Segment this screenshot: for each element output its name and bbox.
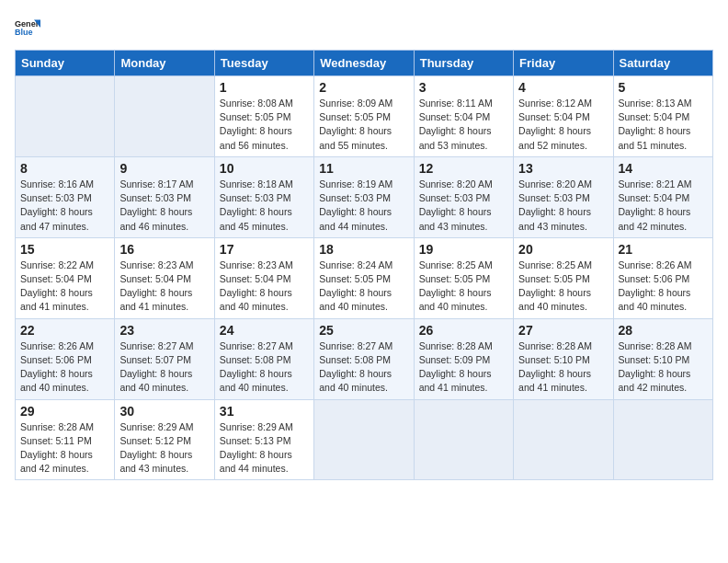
- day-number: 19: [419, 242, 508, 257]
- day-detail: Sunrise: 8:19 AMSunset: 5:03 PMDaylight:…: [319, 178, 408, 234]
- day-number: 25: [319, 323, 408, 338]
- day-detail: Sunrise: 8:25 AMSunset: 5:05 PMDaylight:…: [419, 259, 508, 315]
- day-detail: Sunrise: 8:20 AMSunset: 5:03 PMDaylight:…: [419, 178, 508, 234]
- logo-icon: General Blue: [15, 15, 40, 40]
- day-number: 26: [419, 323, 508, 338]
- calendar-cell: 4Sunrise: 8:12 AMSunset: 5:04 PMDaylight…: [514, 76, 613, 157]
- day-number: 2: [319, 80, 408, 95]
- calendar-cell: 11Sunrise: 8:19 AMSunset: 5:03 PMDayligh…: [314, 156, 414, 237]
- day-detail: Sunrise: 8:27 AMSunset: 5:08 PMDaylight:…: [220, 339, 309, 396]
- day-header-wednesday: Wednesday: [314, 51, 414, 76]
- calendar-cell: 10Sunrise: 8:18 AMSunset: 5:03 PMDayligh…: [214, 156, 313, 237]
- day-number: 11: [319, 161, 408, 176]
- calendar-header-row: SundayMondayTuesdayWednesdayThursdayFrid…: [16, 51, 713, 76]
- calendar-cell: 12Sunrise: 8:20 AMSunset: 5:03 PMDayligh…: [414, 156, 513, 237]
- day-header-tuesday: Tuesday: [214, 51, 313, 76]
- calendar-cell: 22Sunrise: 8:26 AMSunset: 5:06 PMDayligh…: [16, 318, 115, 399]
- logo: General Blue: [15, 15, 40, 40]
- day-detail: Sunrise: 8:21 AMSunset: 5:04 PMDaylight:…: [619, 178, 708, 234]
- day-detail: Sunrise: 8:09 AMSunset: 5:05 PMDaylight:…: [319, 97, 408, 153]
- svg-text:Blue: Blue: [15, 28, 33, 37]
- day-number: 16: [119, 242, 209, 257]
- day-detail: Sunrise: 8:25 AMSunset: 5:05 PMDaylight:…: [518, 259, 608, 315]
- calendar-cell: 27Sunrise: 8:28 AMSunset: 5:10 PMDayligh…: [514, 318, 613, 399]
- calendar-cell: 26Sunrise: 8:28 AMSunset: 5:09 PMDayligh…: [414, 318, 513, 399]
- day-detail: Sunrise: 8:22 AMSunset: 5:04 PMDaylight:…: [20, 259, 109, 315]
- day-detail: Sunrise: 8:24 AMSunset: 5:05 PMDaylight:…: [319, 259, 408, 315]
- calendar-cell: 2Sunrise: 8:09 AMSunset: 5:05 PMDaylight…: [314, 76, 414, 157]
- calendar-cell: [514, 399, 613, 480]
- day-detail: Sunrise: 8:13 AMSunset: 5:04 PMDaylight:…: [619, 97, 708, 153]
- day-detail: Sunrise: 8:27 AMSunset: 5:08 PMDaylight:…: [319, 339, 408, 396]
- calendar-week-5: 29Sunrise: 8:28 AMSunset: 5:11 PMDayligh…: [16, 399, 713, 480]
- day-detail: Sunrise: 8:27 AMSunset: 5:07 PMDaylight:…: [119, 339, 209, 396]
- day-number: 27: [518, 323, 608, 338]
- calendar-cell: 14Sunrise: 8:21 AMSunset: 5:04 PMDayligh…: [613, 156, 712, 237]
- day-number: 4: [518, 80, 608, 95]
- calendar-cell: [16, 76, 115, 157]
- calendar-week-1: 1Sunrise: 8:08 AMSunset: 5:05 PMDaylight…: [16, 76, 713, 157]
- day-header-saturday: Saturday: [613, 51, 712, 76]
- calendar-cell: [414, 399, 513, 480]
- calendar-cell: 30Sunrise: 8:29 AMSunset: 5:12 PMDayligh…: [115, 399, 214, 480]
- day-detail: Sunrise: 8:16 AMSunset: 5:03 PMDaylight:…: [20, 178, 109, 234]
- day-header-thursday: Thursday: [414, 51, 513, 76]
- calendar-cell: 18Sunrise: 8:24 AMSunset: 5:05 PMDayligh…: [314, 237, 414, 318]
- day-detail: Sunrise: 8:23 AMSunset: 5:04 PMDaylight:…: [220, 259, 309, 315]
- calendar-week-4: 22Sunrise: 8:26 AMSunset: 5:06 PMDayligh…: [16, 318, 713, 399]
- calendar-cell: [314, 399, 414, 480]
- day-number: 31: [220, 404, 309, 419]
- day-detail: Sunrise: 8:08 AMSunset: 5:05 PMDaylight:…: [220, 97, 309, 153]
- day-number: 13: [518, 161, 608, 176]
- day-detail: Sunrise: 8:29 AMSunset: 5:13 PMDaylight:…: [220, 420, 309, 477]
- day-number: 8: [20, 161, 109, 176]
- calendar-cell: 16Sunrise: 8:23 AMSunset: 5:04 PMDayligh…: [115, 237, 214, 318]
- calendar-cell: 19Sunrise: 8:25 AMSunset: 5:05 PMDayligh…: [414, 237, 513, 318]
- calendar-cell: 20Sunrise: 8:25 AMSunset: 5:05 PMDayligh…: [514, 237, 613, 318]
- calendar-cell: 3Sunrise: 8:11 AMSunset: 5:04 PMDaylight…: [414, 76, 513, 157]
- calendar-cell: 28Sunrise: 8:28 AMSunset: 5:10 PMDayligh…: [613, 318, 712, 399]
- day-number: 10: [220, 161, 309, 176]
- day-number: 17: [220, 242, 309, 257]
- day-number: 14: [619, 161, 708, 176]
- day-detail: Sunrise: 8:28 AMSunset: 5:10 PMDaylight:…: [619, 339, 708, 396]
- day-number: 22: [20, 323, 109, 338]
- day-number: 21: [619, 242, 708, 257]
- day-detail: Sunrise: 8:26 AMSunset: 5:06 PMDaylight:…: [619, 259, 708, 315]
- calendar-cell: 15Sunrise: 8:22 AMSunset: 5:04 PMDayligh…: [16, 237, 115, 318]
- day-number: 24: [220, 323, 309, 338]
- day-number: 15: [20, 242, 109, 257]
- day-number: 30: [119, 404, 209, 419]
- day-header-sunday: Sunday: [16, 51, 115, 76]
- day-detail: Sunrise: 8:12 AMSunset: 5:04 PMDaylight:…: [518, 97, 608, 153]
- calendar-body: 1Sunrise: 8:08 AMSunset: 5:05 PMDaylight…: [16, 76, 713, 480]
- day-detail: Sunrise: 8:18 AMSunset: 5:03 PMDaylight:…: [220, 178, 309, 234]
- day-detail: Sunrise: 8:28 AMSunset: 5:11 PMDaylight:…: [20, 420, 109, 477]
- calendar-cell: 29Sunrise: 8:28 AMSunset: 5:11 PMDayligh…: [16, 399, 115, 480]
- day-number: 28: [619, 323, 708, 338]
- calendar-cell: [115, 76, 214, 157]
- day-number: 29: [20, 404, 109, 419]
- calendar-cell: 21Sunrise: 8:26 AMSunset: 5:06 PMDayligh…: [613, 237, 712, 318]
- day-number: 23: [119, 323, 209, 338]
- calendar-cell: 17Sunrise: 8:23 AMSunset: 5:04 PMDayligh…: [214, 237, 313, 318]
- day-detail: Sunrise: 8:26 AMSunset: 5:06 PMDaylight:…: [20, 339, 109, 396]
- day-detail: Sunrise: 8:20 AMSunset: 5:03 PMDaylight:…: [518, 178, 608, 234]
- day-detail: Sunrise: 8:28 AMSunset: 5:10 PMDaylight:…: [518, 339, 608, 396]
- day-header-friday: Friday: [514, 51, 613, 76]
- day-detail: Sunrise: 8:17 AMSunset: 5:03 PMDaylight:…: [119, 178, 209, 234]
- calendar-cell: 9Sunrise: 8:17 AMSunset: 5:03 PMDaylight…: [115, 156, 214, 237]
- calendar-cell: 8Sunrise: 8:16 AMSunset: 5:03 PMDaylight…: [16, 156, 115, 237]
- day-number: 18: [319, 242, 408, 257]
- calendar-cell: 24Sunrise: 8:27 AMSunset: 5:08 PMDayligh…: [214, 318, 313, 399]
- calendar-cell: 13Sunrise: 8:20 AMSunset: 5:03 PMDayligh…: [514, 156, 613, 237]
- day-number: 1: [220, 80, 309, 95]
- day-number: 12: [419, 161, 508, 176]
- calendar-week-3: 15Sunrise: 8:22 AMSunset: 5:04 PMDayligh…: [16, 237, 713, 318]
- day-number: 9: [119, 161, 209, 176]
- calendar-week-2: 8Sunrise: 8:16 AMSunset: 5:03 PMDaylight…: [16, 156, 713, 237]
- day-detail: Sunrise: 8:23 AMSunset: 5:04 PMDaylight:…: [119, 259, 209, 315]
- calendar-cell: 25Sunrise: 8:27 AMSunset: 5:08 PMDayligh…: [314, 318, 414, 399]
- calendar-table: SundayMondayTuesdayWednesdayThursdayFrid…: [15, 50, 713, 480]
- day-header-monday: Monday: [115, 51, 214, 76]
